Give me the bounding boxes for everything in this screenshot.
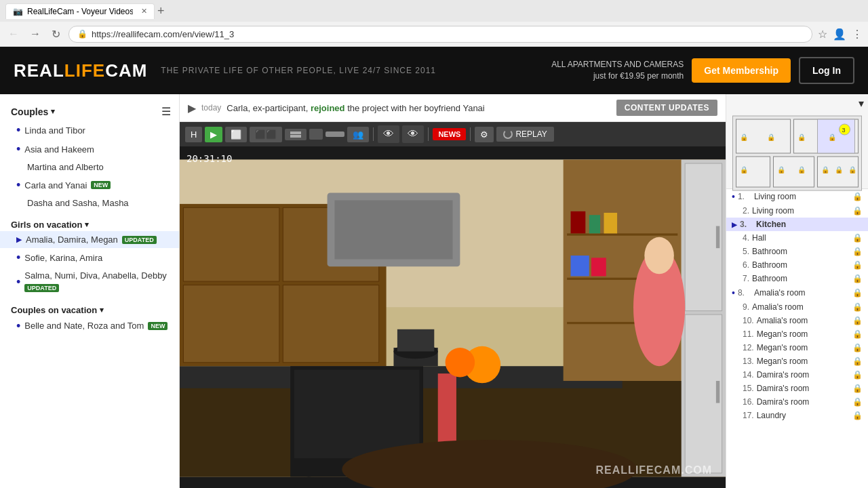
view-wide-button[interactable] [326, 131, 344, 137]
eye-open-button[interactable]: 👁 [402, 125, 424, 143]
room-item-4[interactable]: 4. Hall 🔒 [726, 231, 868, 245]
svg-rect-7 [183, 285, 279, 363]
sidebar-item-amalia-damira[interactable]: ▶ Amalia, Damira, Megan UPDATED [0, 231, 179, 248]
room-lock-icon: 🔒 [852, 357, 863, 366]
view-single-button[interactable]: ⬜ [225, 127, 247, 142]
membership-text-2: just for €19.95 per month [551, 70, 684, 82]
login-button[interactable]: Log In [799, 57, 854, 84]
sidebar: Couples ▾ ☰ • Linda and Tibor • Asia and… [0, 94, 180, 488]
people-button[interactable]: 👥 [347, 127, 369, 142]
floorplan-expand-icon[interactable]: ▾ [859, 97, 864, 110]
room-item-6[interactable]: 6. Bathroom 🔒 [726, 258, 868, 272]
room-item-16[interactable]: 16. Damira's room 🔒 [726, 395, 868, 409]
room-name: Damira's room [757, 384, 810, 393]
room-item-2[interactable]: 2. Living room 🔒 [726, 204, 868, 218]
refresh-button[interactable]: ↻ [49, 26, 63, 42]
room-name: Damira's room [757, 370, 810, 380]
bookmark-star-button[interactable]: ☆ [818, 28, 827, 41]
room-lock-icon: 🔒 [852, 206, 863, 216]
svg-text:🔒: 🔒 [797, 133, 806, 142]
tab-favicon: 📷 [13, 7, 23, 16]
view-4grid-button[interactable] [309, 129, 323, 140]
room-item-15[interactable]: 15. Damira's room 🔒 [726, 382, 868, 395]
room-item-8[interactable]: • 8. Amalia's room 🔒 [726, 285, 868, 300]
room-name: Living room [752, 206, 794, 216]
sidebar-item-martina-alberto[interactable]: Martina and Alberto [0, 159, 179, 176]
svg-rect-19 [571, 211, 586, 234]
browser-chrome: 📷 RealLifeCam - Voyeur Videos, H... ✕ + … [0, 0, 868, 47]
room-item-14[interactable]: 14. Damira's room 🔒 [726, 368, 868, 382]
account-button[interactable]: 👤 [833, 28, 846, 41]
floorplan-svg: 🔒 🔒 🔒 🔒 🔒 🔒 🔒 🔒 🔒 🔒 3 [726, 113, 868, 194]
address-bar[interactable]: 🔒 https://reallifecam.com/en/view/11_3 [68, 26, 812, 43]
play-button[interactable]: ▶ [205, 127, 222, 142]
browser-tab[interactable]: 📷 RealLifeCam - Voyeur Videos, H... ✕ [5, 3, 155, 19]
new-tab-button[interactable]: + [157, 4, 165, 18]
sidebar-item-linda-tibor[interactable]: • Linda and Tibor [0, 121, 179, 140]
sidebar-girls-title[interactable]: Girls on vacation ▾ [11, 220, 89, 230]
room-item-7[interactable]: 7. Bathroom 🔒 [726, 272, 868, 285]
view-2col-button[interactable]: ⬛⬛ [250, 127, 282, 142]
room-item-9[interactable]: 9. Amalia's room 🔒 [726, 300, 868, 314]
room-item-12[interactable]: 12. Megan's room 🔒 [726, 341, 868, 354]
menu-button[interactable]: ⋮ [852, 28, 863, 41]
room-item-10[interactable]: 10. Amalia's room 🔒 [726, 314, 868, 327]
settings-button[interactable]: ⚙ [475, 127, 494, 142]
room-name: Laundry [757, 411, 786, 420]
home-button[interactable]: H [185, 127, 202, 142]
sidebar-item-dasha-sasha[interactable]: Dasha and Sasha, Masha [0, 195, 179, 211]
sidebar-couples-vacation-header: Couples on vacation ▾ [0, 301, 179, 317]
svg-rect-23 [591, 258, 606, 276]
news-badge[interactable]: NEWS [433, 128, 466, 140]
separator3 [470, 127, 471, 141]
forward-button[interactable]: → [27, 26, 43, 41]
room-item-11[interactable]: 11. Megan's room 🔒 [726, 327, 868, 341]
room-item-5[interactable]: 5. Bathroom 🔒 [726, 245, 868, 258]
room-lock-icon: 🔒 [852, 274, 863, 283]
eye-closed-button[interactable]: 👁 [378, 125, 399, 143]
sidebar-item-salma-numi[interactable]: • Salma, Numi, Diva, Anabella, Debby UPD… [0, 267, 179, 297]
sidebar-couples-header: Couples ▾ ☰ [0, 100, 179, 121]
sidebar-item-label: Amalia, Damira, Megan [26, 235, 118, 245]
room-lock-icon: 🔒 [852, 288, 863, 298]
content-updates-button[interactable]: CONTENT UPDATES [616, 100, 717, 116]
get-membership-button[interactable]: Get Membership [692, 58, 791, 83]
video-frame [180, 146, 726, 488]
dot-icon: • [16, 179, 20, 191]
back-button[interactable]: ← [5, 26, 22, 41]
sidebar-item-carla-yanai[interactable]: • Carla and Yanai NEW [0, 176, 179, 195]
right-panel: ▾ 🔒 🔒 🔒 🔒 🔒 🔒 🔒 [726, 94, 868, 488]
sidebar-couples-title[interactable]: Couples ▾ [11, 106, 55, 117]
tab-close-btn[interactable]: ✕ [141, 7, 147, 16]
browser-action-icons: ☆ 👤 ⋮ [818, 28, 863, 41]
sidebar-couples-vacation-title[interactable]: Couples on vacation ▾ [11, 305, 104, 315]
sidebar-hamburger-icon[interactable]: ☰ [161, 105, 171, 118]
notification-today: today [201, 103, 221, 113]
room-item-13[interactable]: 13. Megan's room 🔒 [726, 354, 868, 368]
notif-rejoined: rejoined [311, 103, 345, 113]
video-content-svg [180, 146, 726, 488]
svg-rect-14 [334, 200, 452, 259]
girls-chevron-icon: ▾ [85, 220, 89, 229]
dot-icon: • [16, 124, 20, 136]
replay-label: REPLAY [515, 129, 547, 139]
room-number: 16. [732, 397, 754, 407]
membership-text-1: ALL APARTMENTS AND CAMERAS [551, 59, 684, 70]
room-name: Amalia's room [757, 316, 808, 325]
notification-arrow-icon[interactable]: ▶ [188, 102, 196, 115]
sidebar-item-label: Carla and Yanai [24, 180, 87, 190]
new-badge2: NEW [148, 322, 167, 330]
room-item-3[interactable]: ▶ 3. Kitchen [726, 218, 868, 231]
sidebar-item-belle-nate[interactable]: • Belle and Nate, Roza and Tom NEW [0, 317, 179, 336]
room-name: Damira's room [757, 397, 810, 407]
logo-life: LIFE [64, 60, 105, 81]
sidebar-item-sofie-karina[interactable]: • Sofie, Karina, Amira [0, 248, 179, 267]
video-controls: H ▶ ⬜ ⬛⬛ 👥 👁 👁 NEWS ⚙ REPLAY [180, 122, 726, 146]
sidebar-item-asia-hakeem[interactable]: • Asia and Hakeem [0, 140, 179, 159]
room-item-17[interactable]: 17. Laundry 🔒 [726, 409, 868, 422]
view-2row-button[interactable] [285, 129, 307, 140]
dot-icon: • [16, 143, 20, 155]
logo-cam: CAM [105, 60, 147, 81]
replay-button[interactable]: REPLAY [496, 127, 553, 142]
logo-real: REAL [14, 60, 64, 81]
